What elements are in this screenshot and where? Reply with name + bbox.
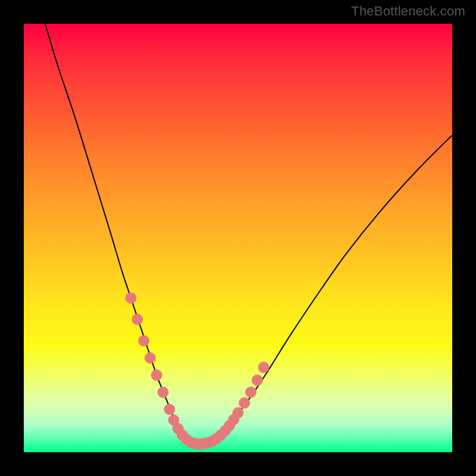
curve-marker (233, 408, 243, 418)
curve-marker (126, 293, 136, 303)
curve-marker (158, 387, 168, 397)
curve-marker (151, 369, 162, 380)
curve-marker (252, 375, 262, 386)
chart-svg (24, 24, 452, 452)
curve-marker (132, 314, 143, 325)
bottleneck-curve (45, 24, 452, 444)
curve-marker (145, 353, 155, 364)
curve-marker (258, 362, 269, 372)
plot-area (24, 24, 452, 452)
curve-markers (126, 293, 269, 450)
curve-marker (239, 397, 250, 408)
curve-marker (139, 336, 149, 346)
curve-marker (246, 387, 256, 397)
chart-frame: TheBottleneck.com (0, 0, 476, 476)
curve-marker (164, 404, 175, 415)
watermark-text: TheBottleneck.com (351, 4, 465, 19)
